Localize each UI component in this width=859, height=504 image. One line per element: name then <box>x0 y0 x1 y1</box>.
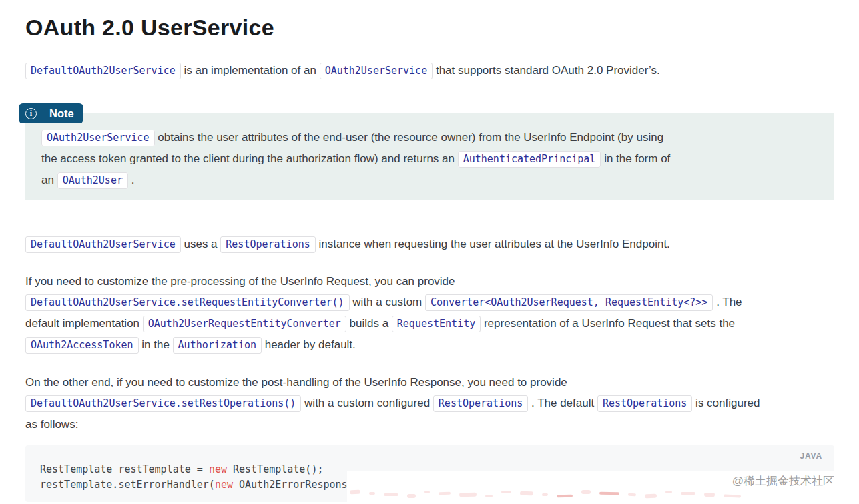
note-badge-label: Note <box>49 107 74 120</box>
inline-code: RequestEntity <box>392 316 481 332</box>
inline-code: OAuth2UserService <box>41 130 155 146</box>
watermark-text: @稀土掘金技术社区 <box>732 475 834 488</box>
inline-code: DefaultOAuth2UserService <box>25 63 181 79</box>
paragraph-rest-operations: DefaultOAuth2UserService uses a RestOper… <box>25 234 834 255</box>
paragraph-pre-processing: If you need to customize the pre-process… <box>25 271 834 356</box>
note-badge: i Note <box>19 103 83 123</box>
paragraph-post-handling: On the other end, if you need to customi… <box>25 372 834 435</box>
inline-code: AuthenticatedPrincipal <box>458 151 601 168</box>
inline-code: Authorization <box>173 337 262 354</box>
inline-code: OAuth2User <box>57 172 128 189</box>
inline-code: OAuth2UserService <box>320 63 433 79</box>
inline-code: OAuth2UserRequestEntityConverter <box>143 316 346 332</box>
note-body: OAuth2UserService obtains the user attri… <box>41 127 818 191</box>
inline-code: DefaultOAuth2UserService.setRestOperatio… <box>25 395 301 412</box>
intro-paragraph: DefaultOAuth2UserService is an implement… <box>25 60 834 81</box>
code-language-label: JAVA <box>800 451 822 461</box>
info-icon: i <box>25 108 37 119</box>
inline-code: OAuth2AccessToken <box>25 337 139 354</box>
code-keyword: new <box>209 463 227 475</box>
inline-code: RestOperations <box>433 395 528 412</box>
page-title: OAuth 2.0 UserService <box>25 14 834 41</box>
watermark-scribbles <box>347 489 834 499</box>
watermark-overlay: @稀土掘金技术社区 <box>347 471 834 504</box>
inline-code: Converter<OAuth2UserRequest, RequestEnti… <box>425 294 713 311</box>
doc-page: OAuth 2.0 UserService DefaultOAuth2UserS… <box>0 14 859 502</box>
badge-divider <box>43 108 43 119</box>
inline-code: DefaultOAuth2UserService <box>25 236 181 253</box>
note-callout: i Note OAuth2UserService obtains the use… <box>25 113 834 200</box>
code-keyword: new <box>215 479 233 491</box>
inline-code: DefaultOAuth2UserService.setRequestEntit… <box>25 294 350 311</box>
inline-code: RestOperations <box>597 395 692 412</box>
inline-code: RestOperations <box>220 236 315 253</box>
